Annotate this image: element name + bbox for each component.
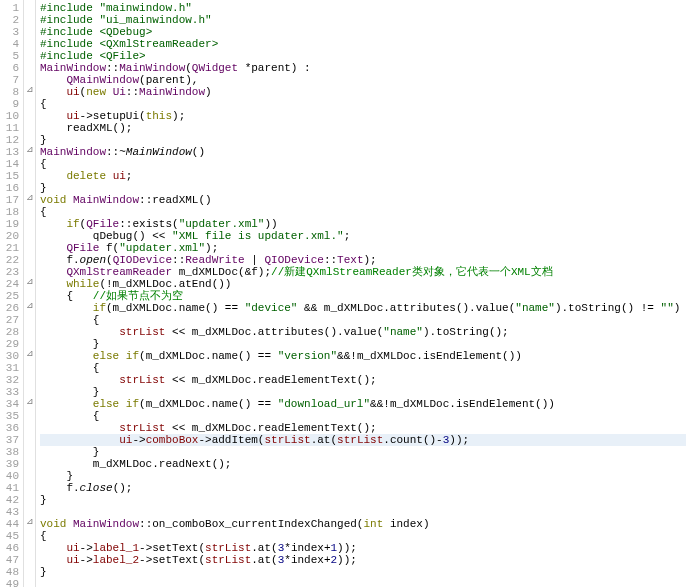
line-number: 21 xyxy=(2,242,19,254)
code-line[interactable]: { xyxy=(40,314,686,326)
fold-marker-icon[interactable]: ⊿ xyxy=(24,192,35,204)
fold-spacer xyxy=(24,96,35,108)
fold-marker-icon[interactable]: ⊿ xyxy=(24,300,35,312)
line-number: 23 xyxy=(2,266,19,278)
code-line[interactable]: ui->label_2->setText(strList.at(3*index+… xyxy=(40,554,686,566)
code-line[interactable]: else if(m_dXMLDoc.name() == "download_ur… xyxy=(40,398,686,410)
line-number: 24 xyxy=(2,278,19,290)
line-number: 9 xyxy=(2,98,19,110)
code-line[interactable]: if(m_dXMLDoc.name() == "device" && m_dXM… xyxy=(40,302,686,314)
code-line[interactable]: #include <QDebug> xyxy=(40,26,686,38)
code-line[interactable]: { xyxy=(40,362,686,374)
code-line[interactable]: } xyxy=(40,338,686,350)
code-line[interactable]: MainWindow::~MainWindow() xyxy=(40,146,686,158)
fold-marker-icon[interactable]: ⊿ xyxy=(24,84,35,96)
code-line[interactable]: ui->label_1->setText(strList.at(3*index+… xyxy=(40,542,686,554)
code-line[interactable]: { xyxy=(40,158,686,170)
fold-spacer xyxy=(24,324,35,336)
fold-marker-icon[interactable]: ⊿ xyxy=(24,144,35,156)
fold-spacer xyxy=(24,132,35,144)
fold-spacer xyxy=(24,504,35,516)
code-line[interactable]: ui->comboBox->addItem(strList.at(strList… xyxy=(40,434,686,446)
code-line[interactable]: } xyxy=(40,446,686,458)
code-editor[interactable]: 1234567891011121314151617181920212223242… xyxy=(0,0,690,587)
fold-marker-icon[interactable]: ⊿ xyxy=(24,396,35,408)
fold-spacer xyxy=(24,252,35,264)
code-line[interactable]: { //如果节点不为空 xyxy=(40,290,686,302)
code-line[interactable]: readXML(); xyxy=(40,122,686,134)
fold-column[interactable]: ⊿⊿⊿⊿⊿⊿⊿⊿ xyxy=(24,0,36,587)
fold-spacer xyxy=(24,48,35,60)
fold-spacer xyxy=(24,12,35,24)
code-line[interactable]: f.close(); xyxy=(40,482,686,494)
line-number: 41 xyxy=(2,482,19,494)
code-line[interactable]: qDebug() << "XML file is updater.xml."; xyxy=(40,230,686,242)
code-line[interactable]: else if(m_dXMLDoc.name() == "version"&&!… xyxy=(40,350,686,362)
fold-spacer xyxy=(24,108,35,120)
line-number: 26 xyxy=(2,302,19,314)
code-line[interactable]: } xyxy=(40,494,686,506)
line-number: 37 xyxy=(2,434,19,446)
code-line[interactable]: MainWindow::MainWindow(QWidget *parent) … xyxy=(40,62,686,74)
code-line[interactable]: } xyxy=(40,182,686,194)
code-line[interactable]: { xyxy=(40,206,686,218)
code-line[interactable]: delete ui; xyxy=(40,170,686,182)
fold-marker-icon[interactable]: ⊿ xyxy=(24,348,35,360)
fold-spacer xyxy=(24,468,35,480)
code-line[interactable]: void MainWindow::readXML() xyxy=(40,194,686,206)
fold-spacer xyxy=(24,24,35,36)
fold-spacer xyxy=(24,492,35,504)
fold-spacer xyxy=(24,72,35,84)
fold-spacer xyxy=(24,240,35,252)
code-line[interactable]: QXmlStreamReader m_dXMLDoc(&f);//新建QXmlS… xyxy=(40,266,686,278)
code-line[interactable]: strList << m_dXMLDoc.attributes().value(… xyxy=(40,326,686,338)
code-line[interactable] xyxy=(40,506,686,518)
line-number: 42 xyxy=(2,494,19,506)
code-line[interactable]: } xyxy=(40,386,686,398)
code-line[interactable]: #include "mainwindow.h" xyxy=(40,2,686,14)
line-number: 49 xyxy=(2,578,19,587)
code-line[interactable] xyxy=(40,578,686,587)
fold-spacer xyxy=(24,180,35,192)
line-number: 29 xyxy=(2,338,19,350)
line-number: 16 xyxy=(2,182,19,194)
fold-spacer xyxy=(24,420,35,432)
code-line[interactable]: f.open(QIODevice::ReadWrite | QIODevice:… xyxy=(40,254,686,266)
code-line[interactable]: strList << m_dXMLDoc.readElementText(); xyxy=(40,422,686,434)
fold-spacer xyxy=(24,432,35,444)
code-line[interactable]: strList << m_dXMLDoc.readElementText(); xyxy=(40,374,686,386)
code-line[interactable]: m_dXMLDoc.readNext(); xyxy=(40,458,686,470)
code-area[interactable]: #include "mainwindow.h"#include "ui_main… xyxy=(36,0,690,587)
line-number: 47 xyxy=(2,554,19,566)
fold-spacer xyxy=(24,312,35,324)
line-number: 40 xyxy=(2,470,19,482)
code-line[interactable]: ui->setupUi(this); xyxy=(40,110,686,122)
code-line[interactable]: ui(new Ui::MainWindow) xyxy=(40,86,686,98)
code-line[interactable]: void MainWindow::on_comboBox_currentInde… xyxy=(40,518,686,530)
code-line[interactable]: { xyxy=(40,530,686,542)
code-line[interactable]: { xyxy=(40,410,686,422)
code-line[interactable]: } xyxy=(40,566,686,578)
fold-spacer xyxy=(24,264,35,276)
code-line[interactable]: #include <QFile> xyxy=(40,50,686,62)
code-line[interactable]: } xyxy=(40,134,686,146)
line-number: 1 xyxy=(2,2,19,14)
line-number: 35 xyxy=(2,410,19,422)
fold-marker-icon[interactable]: ⊿ xyxy=(24,516,35,528)
code-line[interactable]: { xyxy=(40,98,686,110)
code-line[interactable]: } xyxy=(40,470,686,482)
code-line[interactable]: while(!m_dXMLDoc.atEnd()) xyxy=(40,278,686,290)
line-number: 20 xyxy=(2,230,19,242)
line-number: 5 xyxy=(2,50,19,62)
fold-spacer xyxy=(24,552,35,564)
fold-spacer xyxy=(24,360,35,372)
fold-spacer xyxy=(24,156,35,168)
line-number: 18 xyxy=(2,206,19,218)
code-line[interactable]: if(QFile::exists("updater.xml")) xyxy=(40,218,686,230)
code-line[interactable]: QFile f("updater.xml"); xyxy=(40,242,686,254)
code-line[interactable]: #include "ui_mainwindow.h" xyxy=(40,14,686,26)
code-line[interactable]: #include <QXmlStreamReader> xyxy=(40,38,686,50)
fold-marker-icon[interactable]: ⊿ xyxy=(24,276,35,288)
code-line[interactable]: QMainWindow(parent), xyxy=(40,74,686,86)
fold-spacer xyxy=(24,564,35,576)
